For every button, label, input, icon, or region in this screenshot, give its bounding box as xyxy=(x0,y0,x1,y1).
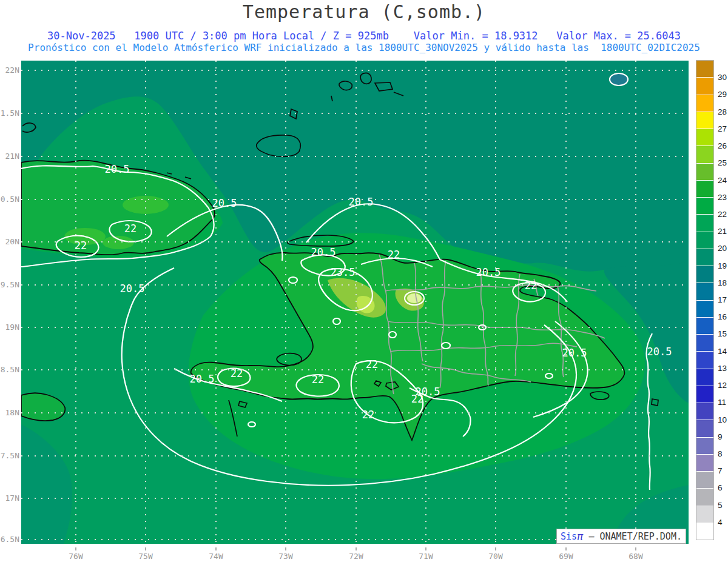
colorbar-cell xyxy=(696,369,713,386)
colorbar-cell xyxy=(696,301,713,318)
colorbar-value-label: 9 xyxy=(718,432,723,441)
colorbar-value-label: 6 xyxy=(718,483,723,492)
colorbar-cell xyxy=(696,403,713,420)
contour-value-label: 23.5 xyxy=(331,266,356,278)
contour-value-label: 22 xyxy=(312,373,324,386)
x-tick-label: 76W xyxy=(62,547,89,561)
colorbar-cell xyxy=(696,506,713,523)
colorbar-value-label: 24 xyxy=(718,175,727,184)
colorbar-cell xyxy=(696,129,713,146)
colorbar-cell xyxy=(696,472,713,489)
colorbar-value-label: 20 xyxy=(718,244,727,253)
contour-value-label: 22 xyxy=(411,393,423,405)
colorbar-value-label: 11 xyxy=(718,398,726,407)
y-tick-label: 17N xyxy=(0,493,19,503)
colorbar-cell xyxy=(696,164,713,181)
map-panel: 20.520.520.520.520.520.520.520.520.520.5… xyxy=(21,61,689,544)
colorbar-cell xyxy=(696,266,713,283)
logo-pi-symbol: π xyxy=(577,530,583,543)
y-tick-label: 20N xyxy=(0,237,19,246)
colorbar-cell xyxy=(696,335,713,352)
colorbar-cell xyxy=(696,455,713,472)
logo-sis-text: Sis xyxy=(561,531,577,542)
y-tick-label: 21N xyxy=(0,152,19,161)
contour-value-label: 22 xyxy=(124,222,136,235)
x-tick-label: 74W xyxy=(203,547,229,561)
colorbar-value-label: 22 xyxy=(718,209,727,218)
x-tick-mark xyxy=(635,547,636,550)
subtitle-datetime-minmax: 30-Nov-2025 1900 UTC / 3:00 pm Hora Loca… xyxy=(0,30,728,42)
contour-value-label: 20.5 xyxy=(120,283,145,295)
y-tick-label: 6.5N xyxy=(0,535,19,544)
y-tick-label: 22N xyxy=(0,65,19,75)
y-tick-label: 1.5N xyxy=(0,109,19,118)
colorbar-value-label: 16 xyxy=(718,312,727,321)
x-tick-mark xyxy=(285,547,286,550)
colorbar-cell xyxy=(696,249,713,266)
colorbar-value-label: 10 xyxy=(718,415,727,424)
contour-value-label: 20.5 xyxy=(476,266,501,278)
colorbar-cell xyxy=(696,420,713,437)
x-tick-mark xyxy=(75,547,76,550)
colorbar-cell xyxy=(696,215,713,232)
contour-value-label: 20.5 xyxy=(190,373,215,385)
subtitle-model-info: Pronóstico con el Modelo Atmósferico WRF… xyxy=(0,42,728,53)
y-tick-label: 9.5N xyxy=(0,280,19,289)
colorbar xyxy=(696,60,714,540)
colorbar-value-label: 18 xyxy=(718,278,727,287)
page-title: Temperatura (C,somb.) xyxy=(0,1,728,22)
colorbar-cell xyxy=(696,318,713,335)
colorbar-value-label: 13 xyxy=(718,363,727,372)
x-tick-label: 72W xyxy=(343,547,369,561)
temperature-map: 20.520.520.520.520.520.520.520.520.520.5… xyxy=(21,61,689,544)
colorbar-cell xyxy=(696,352,713,369)
colorbar-cell xyxy=(696,523,713,540)
colorbar-value-label: 5 xyxy=(718,500,723,509)
colorbar-cell xyxy=(696,438,713,455)
contour-value-label: 20.5 xyxy=(311,246,336,258)
colorbar-cell xyxy=(696,61,713,78)
y-tick-label: 18N xyxy=(0,408,19,417)
colorbar-labels: 3029282726252423222120191817161514131211… xyxy=(718,60,728,540)
sispi-onamet-logo: Sisπ – ONAMET/REP.DOM. xyxy=(556,529,686,544)
weather-chart-page: Temperatura (C,somb.) 30-Nov-2025 1900 U… xyxy=(0,0,728,562)
colorbar-value-label: 21 xyxy=(718,227,727,236)
colorbar-value-label: 26 xyxy=(718,141,727,150)
x-tick-label: 73W xyxy=(272,547,299,561)
colorbar-cell xyxy=(696,489,713,506)
colorbar-value-label: 4 xyxy=(718,517,723,526)
colorbar-cell xyxy=(696,78,713,95)
contour-value-label: 22 xyxy=(231,367,243,380)
colorbar-cell xyxy=(696,181,713,198)
colorbar-cell xyxy=(696,232,713,249)
colorbar-cell xyxy=(696,146,713,163)
logo-org-text: – ONAMET/REP.DOM. xyxy=(583,531,682,542)
x-tick-mark xyxy=(145,547,146,550)
colorbar-value-label: 7 xyxy=(718,466,723,475)
contour-value-label: 20.5 xyxy=(562,347,587,359)
colorbar-value-label: 27 xyxy=(718,124,727,133)
x-tick-label: 71W xyxy=(413,547,439,561)
colorbar-cell xyxy=(696,283,713,300)
colorbar-value-label: 15 xyxy=(718,329,727,338)
contour-value-label: 22 xyxy=(388,249,400,261)
x-tick-mark xyxy=(215,547,217,550)
colorbar-value-label: 12 xyxy=(718,381,727,390)
cuba-warm-patch xyxy=(123,196,169,214)
contour-value-label: 20.5 xyxy=(105,163,130,175)
contour-value-label: 20.5 xyxy=(349,196,374,208)
y-tick-label: 8.5N xyxy=(0,365,19,374)
colorbar-cell xyxy=(696,95,713,112)
x-tick-mark xyxy=(425,547,426,550)
contour-value-label: 20.5 xyxy=(212,197,237,209)
colorbar-value-label: 28 xyxy=(718,107,727,116)
x-tick-label: 70W xyxy=(482,547,509,561)
colorbar-value-label: 30 xyxy=(718,73,727,82)
colorbar-value-label: 23 xyxy=(718,192,727,201)
y-tick-label: 19N xyxy=(0,323,19,332)
contour-value-label: 22 xyxy=(366,358,378,370)
contour-value-label: 22 xyxy=(525,279,537,292)
max-temp-spot xyxy=(407,293,422,303)
x-tick-mark xyxy=(565,547,567,550)
colorbar-value-label: 14 xyxy=(718,346,727,355)
